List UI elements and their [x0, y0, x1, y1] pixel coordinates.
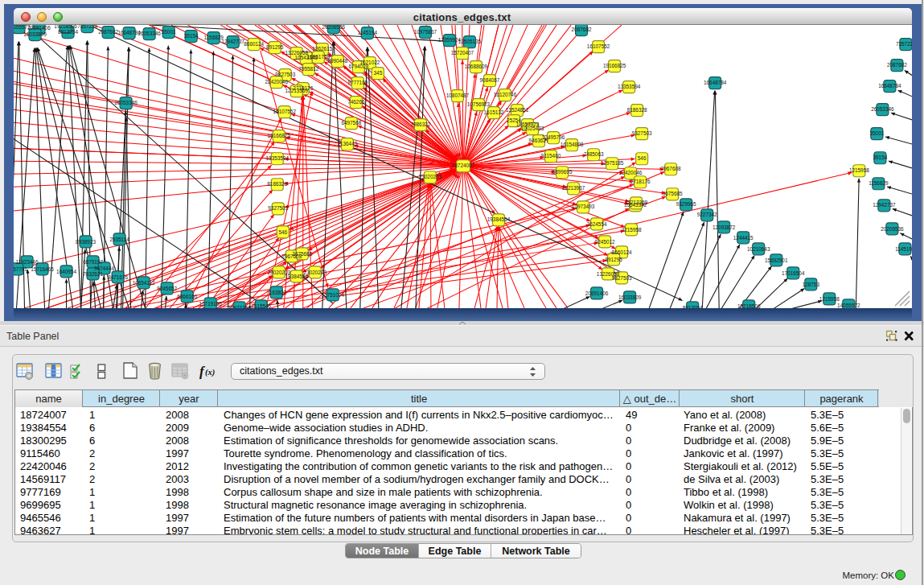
svg-text:8660124: 8660124	[244, 41, 264, 47]
svg-text:13353594: 13353594	[265, 155, 289, 161]
svg-text:13524851: 13524851	[505, 107, 528, 113]
svg-text:7163822: 7163822	[266, 290, 286, 295]
svg-text:20691406: 20691406	[585, 290, 608, 296]
svg-text:23020203: 23020203	[303, 270, 326, 275]
svg-text:13353594: 13353594	[617, 84, 640, 89]
svg-text:16033809: 16033809	[618, 295, 641, 300]
svg-text:7485063: 7485063	[583, 151, 603, 157]
svg-text:7357224: 7357224	[895, 41, 911, 47]
svg-text:3215958: 3215958	[621, 227, 641, 233]
svg-text:16961758: 16961758	[306, 54, 330, 60]
svg-text:1615132: 1615132	[483, 109, 503, 115]
svg-text:9827503: 9827503	[611, 275, 631, 281]
svg-text:9463627: 9463627	[528, 138, 548, 143]
svg-text:3624554: 3624554	[586, 221, 606, 227]
svg-text:9327503: 9327503	[268, 205, 288, 211]
svg-text:1640954: 1640954	[56, 269, 76, 274]
svg-text:10654112: 10654112	[132, 280, 154, 286]
svg-text:26053346: 26053346	[114, 100, 138, 105]
svg-text:8660124: 8660124	[611, 249, 631, 255]
svg-text:2087682: 2087682	[98, 29, 118, 35]
svg-text:15716465: 15716465	[31, 266, 54, 272]
svg-text:9474444: 9474444	[94, 266, 114, 271]
svg-text:2136443: 2136443	[337, 141, 357, 146]
svg-text:9827503: 9827503	[275, 72, 295, 77]
svg-text:12213369: 12213369	[285, 88, 308, 93]
svg-text:6466160: 6466160	[177, 294, 197, 299]
svg-text:22420046: 22420046	[618, 170, 642, 175]
svg-text:7632621: 7632621	[83, 271, 103, 277]
svg-text:546: 546	[637, 155, 646, 161]
svg-text:15692901: 15692901	[765, 257, 788, 263]
svg-text:2718176: 2718176	[630, 179, 650, 184]
svg-text:1145194: 1145194	[895, 246, 912, 252]
svg-text:8471676: 8471676	[108, 274, 128, 280]
svg-text:6899695: 6899695	[552, 169, 572, 175]
svg-text:22420046: 22420046	[265, 79, 288, 84]
svg-text:8186328: 8186328	[626, 107, 647, 113]
svg-text:39154: 39154	[873, 154, 887, 160]
svg-text:9327503: 9327503	[631, 130, 651, 136]
svg-text:9115460: 9115460	[540, 153, 561, 159]
svg-text:15720407: 15720407	[450, 50, 474, 56]
svg-text:8186328: 8186328	[267, 181, 287, 187]
svg-text:7986322: 7986322	[410, 122, 430, 127]
svg-text:8813054: 8813054	[58, 29, 78, 35]
svg-text:546: 546	[278, 229, 287, 235]
svg-text:16107552: 16107552	[273, 109, 296, 114]
svg-text:16033809: 16033809	[23, 31, 47, 37]
svg-text:20206536: 20206536	[322, 25, 345, 30]
svg-text:10719155: 10719155	[199, 301, 222, 307]
svg-text:18724007: 18724007	[451, 163, 474, 168]
svg-text:1244415: 1244415	[733, 235, 753, 241]
svg-text:20691406: 20691406	[27, 25, 51, 31]
svg-text:2935114: 2935114	[109, 237, 129, 242]
svg-text:39154: 39154	[183, 33, 198, 39]
svg-text:7955812: 7955812	[298, 66, 318, 72]
svg-text:1621022: 1621022	[359, 60, 380, 65]
svg-text:10688609: 10688609	[464, 64, 487, 69]
svg-text:26053346: 26053346	[871, 106, 894, 112]
svg-text:345: 345	[373, 70, 382, 76]
svg-text:12942737: 12942737	[221, 39, 244, 44]
svg-text:19218506: 19218506	[54, 25, 77, 29]
svg-text:16107552: 16107552	[586, 43, 610, 49]
svg-text:16648784: 16648784	[878, 83, 901, 89]
svg-text:12093872: 12093872	[712, 225, 735, 230]
svg-text:(x): (x)	[205, 368, 215, 377]
svg-text:19166825: 19166825	[602, 63, 626, 68]
svg-text:35001: 35001	[869, 130, 884, 136]
svg-text:16154808: 16154808	[560, 142, 583, 147]
svg-text:1362615: 1362615	[312, 46, 332, 51]
svg-text:891295: 891295	[266, 44, 284, 50]
svg-text:1145194: 1145194	[357, 30, 377, 35]
svg-text:17016504: 17016504	[782, 270, 805, 276]
svg-text:12505135: 12505135	[458, 39, 481, 44]
svg-text:9329965: 9329965	[676, 201, 696, 207]
svg-text:14055572: 14055572	[837, 303, 860, 308]
svg-text:6879197: 6879197	[83, 259, 103, 265]
svg-text:15751074: 15751074	[321, 292, 344, 298]
svg-text:891295: 891295	[605, 257, 622, 262]
svg-text:12213967: 12213967	[561, 185, 585, 191]
svg-text:16120746: 16120746	[493, 92, 516, 97]
svg-text:8990448: 8990448	[327, 58, 347, 64]
svg-text:19384554: 19384554	[487, 217, 510, 223]
svg-text:11923446: 11923446	[15, 259, 38, 265]
svg-text:9245652: 9245652	[157, 286, 177, 291]
svg-text:35001: 35001	[161, 29, 175, 35]
svg-text:1156829: 1156829	[869, 180, 889, 186]
svg-text:16648784: 16648784	[703, 80, 726, 85]
svg-text:9084067: 9084067	[479, 77, 499, 83]
svg-text:7357224: 7357224	[77, 25, 97, 29]
svg-text:26053346: 26053346	[138, 31, 161, 36]
svg-text:3675685: 3675685	[292, 251, 312, 257]
svg-text:2087682: 2087682	[886, 62, 906, 68]
svg-text:9227342: 9227342	[696, 212, 717, 218]
svg-text:3675685: 3675685	[662, 191, 682, 196]
svg-text:19166825: 19166825	[267, 133, 290, 138]
svg-text:10756923: 10756923	[466, 101, 490, 107]
svg-text:9857791: 9857791	[14, 266, 27, 272]
svg-text:10210643: 10210643	[747, 246, 770, 252]
svg-text:10807487: 10807487	[446, 93, 469, 98]
